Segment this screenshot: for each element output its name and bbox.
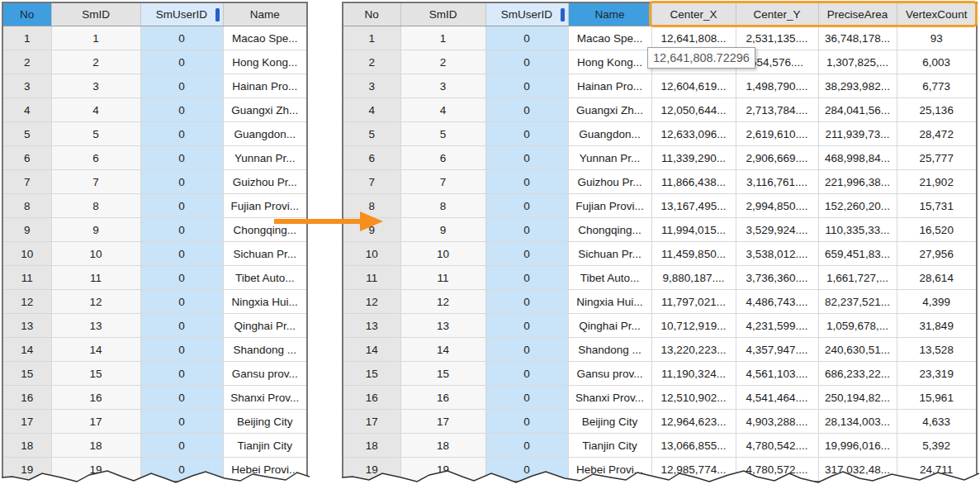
cell-smid[interactable]: 12	[51, 290, 140, 314]
cell-center_x[interactable]: 13,066,855...	[651, 434, 736, 458]
cell-precisearea[interactable]: 38,293,982...	[818, 74, 897, 98]
cell-center_y[interactable]: 4,903,288....	[736, 410, 818, 434]
cell-center_y[interactable]: 4,541,464....	[736, 386, 818, 410]
cell-no[interactable]: 17	[343, 410, 400, 434]
cell-name[interactable]: Gansu prov...	[223, 362, 307, 386]
cell-vertexcount[interactable]: 5,392	[897, 434, 977, 458]
cell-no[interactable]: 6	[343, 146, 400, 170]
cell-center_y[interactable]: 3,736,360....	[736, 266, 818, 290]
cell-precisearea[interactable]: 152,260,20...	[818, 194, 897, 218]
cell-vertexcount[interactable]: 25,136	[897, 98, 977, 122]
cell-smuserid[interactable]: 0	[485, 194, 568, 218]
cell-no[interactable]: 12	[343, 290, 400, 314]
cell-center_x[interactable]: 11,339,290...	[651, 146, 736, 170]
cell-no[interactable]: 15	[343, 362, 400, 386]
cell-smid[interactable]: 6	[400, 146, 485, 170]
cell-name[interactable]: Hebei Provi...	[223, 458, 307, 482]
cell-smuserid[interactable]: 0	[140, 362, 223, 386]
cell-precisearea[interactable]: 1,661,727,...	[818, 266, 897, 290]
cell-smuserid[interactable]: 0	[140, 386, 223, 410]
cell-name[interactable]: Tianjin City	[568, 434, 651, 458]
cell-name[interactable]: Shanxi Prov...	[568, 386, 651, 410]
cell-no[interactable]: 2	[2, 50, 51, 74]
cell-smid[interactable]: 8	[400, 194, 485, 218]
cell-no[interactable]: 16	[343, 386, 400, 410]
cell-name[interactable]: Guangxi Zh...	[223, 98, 307, 122]
cell-name[interactable]: Tianjin City	[223, 434, 307, 458]
cell-smid[interactable]: 2	[51, 50, 140, 74]
cell-name[interactable]: Beijing City	[568, 410, 651, 434]
cell-name[interactable]: Sichuan Pr...	[568, 242, 651, 266]
cell-name[interactable]: Fujian Provi...	[568, 194, 651, 218]
cell-precisearea[interactable]: 317,032,48...	[818, 458, 897, 482]
cell-no[interactable]: 13	[2, 314, 51, 338]
col-header-smid[interactable]: SmID	[400, 2, 485, 26]
cell-name[interactable]: Chongqing...	[568, 218, 651, 242]
cell-center_y[interactable]: 2,906,669....	[736, 146, 818, 170]
cell-smid[interactable]: 14	[400, 338, 485, 362]
col-header-name[interactable]: Name	[568, 2, 651, 26]
cell-center_y[interactable]: 4,357,947....	[736, 338, 818, 362]
cell-name[interactable]: Shanxi Prov...	[223, 386, 307, 410]
cell-smuserid[interactable]: 0	[485, 314, 568, 338]
cell-name[interactable]: Shandong ...	[568, 338, 651, 362]
cell-smid[interactable]: 17	[400, 410, 485, 434]
cell-precisearea[interactable]: 240,630,51...	[818, 338, 897, 362]
cell-name[interactable]: Hebei Provi...	[568, 458, 651, 482]
cell-center_y[interactable]: 4,231,599....	[736, 314, 818, 338]
cell-no[interactable]: 7	[2, 170, 51, 194]
cell-center_y[interactable]: 2,994,850....	[736, 194, 818, 218]
cell-smid[interactable]: 9	[400, 218, 485, 242]
cell-smuserid[interactable]: 0	[140, 50, 223, 74]
cell-precisearea[interactable]: 659,451,83...	[818, 242, 897, 266]
cell-vertexcount[interactable]: 28,472	[897, 122, 977, 146]
cell-center_x[interactable]: 10,712,919...	[651, 314, 736, 338]
cell-center_x[interactable]: 11,459,850...	[651, 242, 736, 266]
cell-smuserid[interactable]: 0	[485, 146, 568, 170]
cell-vertexcount[interactable]: 15,731	[897, 194, 977, 218]
cell-smid[interactable]: 6	[51, 146, 140, 170]
cell-smuserid[interactable]: 0	[140, 242, 223, 266]
cell-smuserid[interactable]: 0	[140, 314, 223, 338]
cell-name[interactable]: Sichuan Pr...	[223, 242, 307, 266]
cell-smuserid[interactable]: 0	[140, 194, 223, 218]
cell-precisearea[interactable]: 28,134,003...	[818, 410, 897, 434]
cell-no[interactable]: 4	[2, 98, 51, 122]
cell-smuserid[interactable]: 0	[485, 386, 568, 410]
cell-center_y[interactable]: 4,486,743....	[736, 290, 818, 314]
cell-smid[interactable]: 18	[400, 434, 485, 458]
cell-smuserid[interactable]: 0	[140, 26, 223, 50]
cell-smuserid[interactable]: 0	[140, 338, 223, 362]
cell-name[interactable]: Tibet Auto...	[223, 266, 307, 290]
cell-no[interactable]: 4	[343, 98, 400, 122]
cell-center_y[interactable]: 1,498,790....	[736, 74, 818, 98]
cell-name[interactable]: Hainan Pro...	[223, 74, 307, 98]
cell-smid[interactable]: 4	[51, 98, 140, 122]
cell-vertexcount[interactable]: 28,614	[897, 266, 977, 290]
cell-vertexcount[interactable]: 6,773	[897, 74, 977, 98]
col-header-no[interactable]: No	[343, 2, 400, 26]
cell-smid[interactable]: 10	[51, 242, 140, 266]
cell-smuserid[interactable]: 0	[140, 98, 223, 122]
cell-center_x[interactable]: 12,633,096...	[651, 122, 736, 146]
cell-smuserid[interactable]: 0	[140, 122, 223, 146]
cell-smid[interactable]: 16	[400, 386, 485, 410]
cell-smid[interactable]: 15	[51, 362, 140, 386]
cell-name[interactable]: Macao Spe...	[223, 26, 307, 50]
cell-vertexcount[interactable]: 93	[897, 26, 977, 50]
cell-precisearea[interactable]: 250,194,82...	[818, 386, 897, 410]
cell-center_y[interactable]: 3,529,924....	[736, 218, 818, 242]
cell-no[interactable]: 2	[343, 50, 400, 74]
col-header-center_y[interactable]: Center_Y	[736, 2, 818, 26]
cell-name[interactable]: Guangdon...	[223, 122, 307, 146]
cell-center_x[interactable]: 12,985,774...	[651, 458, 736, 482]
cell-no[interactable]: 7	[343, 170, 400, 194]
cell-smid[interactable]: 16	[51, 386, 140, 410]
cell-center_x[interactable]: 12,510,902...	[651, 386, 736, 410]
col-header-center_x[interactable]: Center_X	[651, 2, 736, 26]
cell-name[interactable]: Macao Spe...	[568, 26, 651, 50]
cell-no[interactable]: 19	[2, 458, 51, 482]
cell-vertexcount[interactable]: 13,528	[897, 338, 977, 362]
cell-center_x[interactable]: 12,604,619...	[651, 74, 736, 98]
cell-vertexcount[interactable]: 31,849	[897, 314, 977, 338]
